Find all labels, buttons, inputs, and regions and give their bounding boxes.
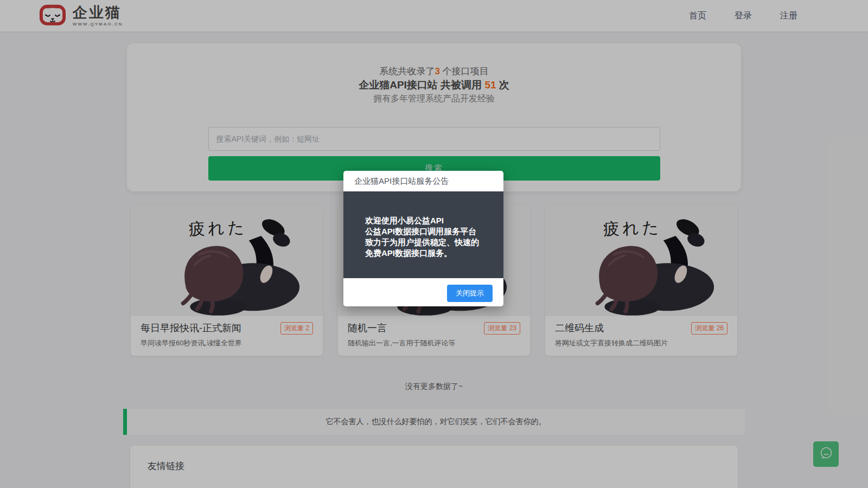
modal-body-text: 欢迎使用小易公益API 公益API数据接口调用服务平台 致力于为用户提供稳定、快…: [343, 191, 503, 278]
announcement-modal: 企业猫API接口站服务公告 欢迎使用小易公益API 公益API数据接口调用服务平…: [343, 171, 503, 306]
modal-close-button[interactable]: 关闭提示: [447, 285, 493, 302]
modal-footer: 关闭提示: [343, 278, 503, 306]
modal-title: 企业猫API接口站服务公告: [343, 171, 503, 191]
